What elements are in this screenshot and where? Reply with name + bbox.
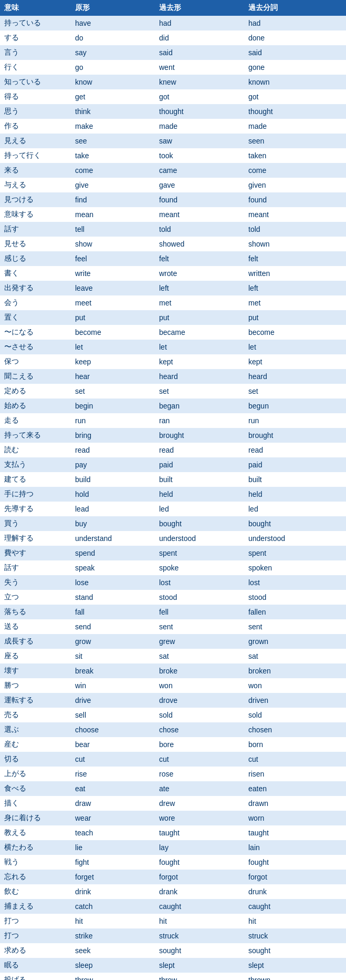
table-row: 戦うfightfoughtfought [0,855,346,870]
cell-past: left [155,281,244,295]
cell-base: feel [71,251,155,266]
cell-past: paid [155,457,244,472]
cell-past: set [155,384,244,399]
cell-meaning: 描く [0,796,71,811]
cell-meaning: 投げる [0,973,71,980]
cell-past: broke [155,663,244,678]
cell-pp: struck [244,928,346,943]
table-row: 上がるriseroserisen [0,767,346,781]
cell-meaning: 打つ [0,928,71,943]
cell-base: take [71,148,155,163]
table-row: 飲むdrinkdrankdrunk [0,884,346,899]
cell-meaning: 見せる [0,237,71,251]
cell-base: become [71,325,155,340]
cell-past: made [155,119,244,134]
cell-past: had [155,16,244,30]
cell-past: taught [155,825,244,840]
cell-base: understand [71,531,155,546]
table-row: 来るcomecamecome [0,163,346,178]
table-row: 見せるshowshowedshown [0,237,346,251]
cell-meaning: 作る [0,119,71,134]
cell-past: bore [155,737,244,752]
cell-pp: thought [244,104,346,119]
cell-past: did [155,30,244,45]
cell-base: stand [71,590,155,605]
cell-base: hold [71,487,155,502]
cell-past: lay [155,840,244,855]
cell-base: make [71,119,155,134]
cell-past: grew [155,634,244,649]
cell-base: bring [71,428,155,443]
cell-pp: left [244,281,346,295]
cell-past: knew [155,75,244,89]
cell-meaning: 眠る [0,958,71,973]
cell-meaning: 建てる [0,472,71,487]
cell-pp: had [244,16,346,30]
cell-pp: spent [244,546,346,560]
header-meaning: 意味 [0,0,71,16]
cell-meaning: 定める [0,384,71,399]
cell-past: saw [155,134,244,148]
cell-past: held [155,487,244,502]
cell-past: met [155,295,244,310]
table-row: 座るsitsatsat [0,649,346,663]
cell-base: forget [71,870,155,884]
table-row: 持って来るbringbroughtbrought [0,428,346,443]
cell-past: heard [155,369,244,384]
cell-base: have [71,16,155,30]
cell-pp: spoken [244,560,346,575]
cell-pp: stood [244,590,346,605]
cell-base: build [71,472,155,487]
cell-meaning: 切る [0,752,71,767]
cell-base: find [71,192,155,207]
cell-past: kept [155,354,244,369]
cell-base: keep [71,354,155,369]
cell-meaning: 上がる [0,767,71,781]
cell-past: chose [155,722,244,737]
cell-past: began [155,399,244,413]
cell-meaning: 行く [0,60,71,75]
cell-base: buy [71,516,155,531]
cell-meaning: 見つける [0,192,71,207]
cell-past: forgot [155,870,244,884]
table-row: 先導するleadledled [0,502,346,516]
cell-base: catch [71,899,155,914]
cell-meaning: 選ぶ [0,722,71,737]
cell-past: fell [155,605,244,619]
table-row: 読むreadreadread [0,443,346,457]
cell-base: sell [71,708,155,722]
cell-past: came [155,163,244,178]
table-row: 知っているknowknewknown [0,75,346,89]
cell-meaning: 手に持つ [0,487,71,502]
cell-meaning: 支払う [0,457,71,472]
cell-pp: lain [244,840,346,855]
table-row: 与えるgivegavegiven [0,178,346,192]
table-row: 失うloselostlost [0,575,346,590]
cell-pp: caught [244,899,346,914]
table-body: 持っているhavehadhadするdodiddone言うsaysaidsaid行… [0,16,346,980]
cell-past: understood [155,531,244,546]
cell-base: say [71,45,155,60]
cell-pp: meant [244,207,346,222]
cell-meaning: 横たわる [0,840,71,855]
cell-pp: brought [244,428,346,443]
cell-past: meant [155,207,244,222]
table-row: 送るsendsentsent [0,619,346,634]
cell-past: found [155,192,244,207]
cell-base: begin [71,399,155,413]
cell-base: read [71,443,155,457]
cell-pp: grown [244,634,346,649]
cell-meaning: 打つ [0,914,71,928]
cell-pp: risen [244,767,346,781]
table-row: 切るcutcutcut [0,752,346,767]
table-row: 求めるseeksoughtsought [0,943,346,958]
cell-meaning: 理解する [0,531,71,546]
cell-meaning: 捕まえる [0,899,71,914]
table-row: 教えるteachtaughttaught [0,825,346,840]
table-row: 感じるfeelfeltfelt [0,251,346,266]
table-row: 走るrunranrun [0,413,346,428]
cell-meaning: 買う [0,516,71,531]
table-row: 成長するgrowgrewgrown [0,634,346,649]
cell-meaning: 読む [0,443,71,457]
cell-pp: sent [244,619,346,634]
